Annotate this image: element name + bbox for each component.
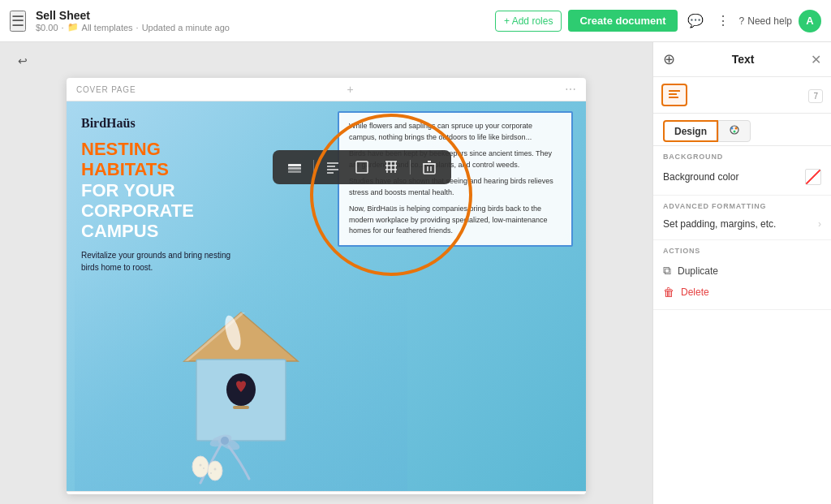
chat-icon[interactable]: 💬	[684, 10, 707, 32]
more-options-canvas-icon[interactable]: ⋯	[565, 83, 576, 96]
trash-icon: 🗑	[663, 286, 674, 299]
panel-tabs: 7	[653, 77, 831, 114]
folder-icon: 📁	[67, 22, 79, 32]
brand-name: BirdHaüs	[81, 116, 243, 131]
editor-area: ↩ COVER PAGE + ⋯ BirdHaüs NESTING HABITA…	[0, 42, 652, 504]
svg-point-9	[192, 456, 209, 477]
panel-close-button[interactable]: ✕	[811, 52, 821, 67]
right-panel: ⊕ Text ✕ 7 Design BACKGROUND Background …	[652, 42, 831, 504]
help-label: Need help	[747, 15, 792, 27]
topbar-actions: + Add roles Create document 💬 ⋮ ? Need h…	[495, 10, 821, 32]
canvas-label: COVER PAGE	[76, 85, 136, 94]
birdhouse-illustration	[160, 296, 322, 491]
slide-content: BirdHaüs NESTING HABITATS FOR YOUR CORPO…	[67, 101, 586, 491]
body-paragraph-1: While flowers and saplings can spruce up…	[349, 121, 562, 143]
panel-number-badge: 7	[808, 89, 823, 103]
svg-point-40	[734, 131, 736, 133]
svg-point-8	[221, 437, 229, 445]
canvas-header: COVER PAGE + ⋯	[67, 78, 586, 101]
design-style-tabs: Design	[653, 114, 831, 146]
title-area: Sell Sheet $0.00 · 📁 All templates · Upd…	[36, 9, 230, 32]
document-canvas: COVER PAGE + ⋯ BirdHaüs NESTING HABITATS…	[67, 78, 586, 494]
toolbar-divider-1	[313, 160, 314, 174]
doc-title: Sell Sheet	[36, 9, 230, 22]
doc-subtitle: $0.00 · 📁 All templates · Updated a minu…	[36, 22, 230, 32]
dot-sep2: ·	[136, 23, 139, 32]
advanced-section-label: ADVANCED FORMATTING	[663, 202, 821, 210]
templates-label: All templates	[82, 23, 133, 32]
actions-section-label: ACTIONS	[663, 247, 821, 255]
add-page-icon[interactable]: +	[347, 83, 354, 96]
panel-badge-area: 7	[808, 88, 823, 102]
headline-line2: HABITATS	[81, 159, 243, 179]
headline-line3: FOR YOUR	[81, 180, 243, 200]
svg-point-38	[731, 127, 734, 130]
svg-rect-17	[288, 170, 301, 173]
frame-toolbar-button[interactable]	[351, 157, 372, 178]
avatar[interactable]: A	[799, 10, 821, 32]
svg-rect-36	[669, 97, 678, 98]
add-panel-icon[interactable]: ⊕	[663, 50, 675, 68]
undo-button[interactable]: ↩	[13, 52, 32, 70]
headline-line1: NESTING	[81, 139, 243, 159]
create-document-button[interactable]: Create document	[568, 10, 677, 32]
help-button[interactable]: ? Need help	[739, 15, 792, 27]
svg-point-12	[203, 467, 205, 469]
svg-point-11	[200, 464, 202, 467]
editor-toolbar-top: ↩	[13, 52, 639, 70]
duplicate-action-row[interactable]: ⧉ Duplicate	[663, 260, 821, 282]
tab-style-icon[interactable]	[718, 120, 751, 142]
slide-left-content: BirdHaüs NESTING HABITATS FOR YOUR CORPO…	[81, 116, 243, 274]
delete-action-row[interactable]: 🗑 Delete	[663, 282, 821, 303]
duplicate-label: Duplicate	[678, 265, 718, 277]
add-roles-button[interactable]: + Add roles	[495, 11, 562, 32]
svg-rect-16	[288, 167, 301, 170]
svg-rect-29	[424, 164, 435, 174]
background-color-label: Background color	[663, 171, 738, 183]
headline-line5: CAMPUS	[81, 221, 243, 241]
toolbar-divider-2	[410, 160, 411, 174]
body-paragraph-4: Now, BirdHaüs is helping companies bring…	[349, 204, 562, 237]
svg-marker-0	[184, 312, 298, 361]
background-section: BACKGROUND Background color	[653, 146, 831, 196]
actions-section: ACTIONS ⧉ Duplicate 🗑 Delete	[653, 240, 831, 310]
svg-point-39	[735, 127, 738, 130]
more-options-icon[interactable]: ⋮	[713, 10, 733, 32]
headline-line4: CORPORATE	[81, 200, 243, 221]
topbar: ☰ Sell Sheet $0.00 · 📁 All templates · U…	[0, 0, 831, 42]
background-section-label: BACKGROUND	[663, 153, 821, 161]
tab-design[interactable]: Design	[663, 120, 718, 142]
set-padding-row[interactable]: Set padding, margins, etc. ›	[663, 215, 821, 233]
floating-toolbar	[273, 150, 451, 184]
delete-toolbar-button[interactable]	[419, 157, 440, 178]
chevron-right-icon: ›	[818, 218, 821, 230]
layers-toolbar-button[interactable]	[284, 157, 305, 178]
color-swatch[interactable]	[805, 169, 821, 185]
svg-point-10	[208, 461, 222, 480]
duplicate-icon: ⧉	[663, 264, 671, 278]
svg-rect-15	[288, 164, 301, 166]
svg-rect-22	[356, 162, 368, 173]
menu-icon[interactable]: ☰	[10, 11, 26, 32]
question-icon: ?	[739, 15, 745, 27]
align-toolbar-button[interactable]	[322, 157, 343, 178]
svg-point-13	[214, 468, 217, 471]
add-content-bar[interactable]: + Add content	[67, 491, 586, 494]
panel-tab-text-icon[interactable]	[661, 84, 687, 106]
delete-label: Delete	[681, 286, 709, 298]
svg-rect-34	[669, 90, 680, 92]
background-color-row[interactable]: Background color	[663, 166, 821, 188]
headline: NESTING HABITATS FOR YOUR CORPORATE CAMP…	[81, 139, 243, 241]
main-layout: ↩ COVER PAGE + ⋯ BirdHaüs NESTING HABITA…	[0, 42, 831, 504]
set-padding-label: Set padding, margins, etc.	[663, 218, 776, 230]
canvas-header-icons: ⋯	[565, 83, 576, 96]
updated-label: Updated a minute ago	[142, 23, 230, 32]
grid-toolbar-button[interactable]	[381, 157, 402, 178]
price-label: $0.00	[36, 23, 58, 32]
panel-header: ⊕ Text ✕	[653, 42, 831, 77]
advanced-formatting-section: ADVANCED FORMATTING Set padding, margins…	[653, 196, 831, 240]
panel-title: Text	[732, 53, 755, 66]
dot-sep: ·	[62, 23, 64, 32]
svg-point-14	[210, 472, 212, 474]
svg-rect-4	[233, 406, 249, 409]
